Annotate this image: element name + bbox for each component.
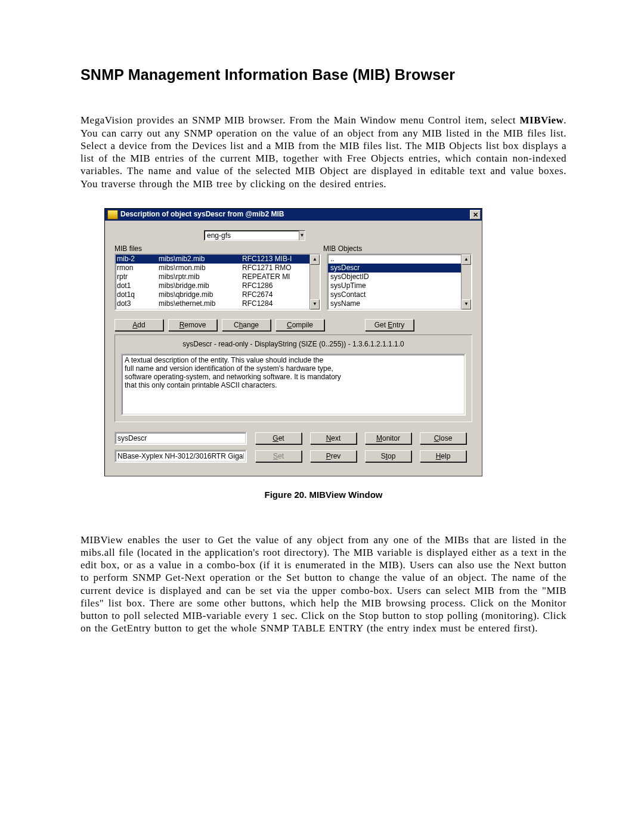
desc-line: A textual description of the entity. Thi…: [125, 356, 462, 364]
list-item[interactable]: sysUpTime: [328, 281, 471, 290]
list-item[interactable]: dot3mibs\ethernet.mibRFC1284: [116, 299, 320, 308]
details-paragraph: MIBView enables the user to Get the valu…: [80, 534, 566, 635]
scroll-down-icon[interactable]: ▼: [462, 299, 471, 309]
app-icon: [107, 210, 118, 219]
help-button[interactable]: Help: [420, 450, 466, 462]
list-item[interactable]: ..: [328, 255, 471, 264]
close-button[interactable]: Close: [420, 432, 466, 444]
device-input[interactable]: [205, 231, 299, 240]
monitor-button[interactable]: Monitor: [365, 432, 411, 444]
mib-objects-list[interactable]: ..sysDescrsysObjectIDsysUpTimesysContact…: [327, 253, 472, 311]
get-button[interactable]: Get: [255, 432, 302, 444]
scroll-up-icon[interactable]: ▲: [462, 255, 471, 265]
list-item[interactable]: mib-2mibs\mib2.mibRFC1213 MIB-I: [116, 255, 320, 264]
set-button[interactable]: Set: [255, 450, 302, 462]
close-icon[interactable]: ✕: [470, 210, 481, 219]
object-info-line: sysDescr - read-only - DisplayString (SI…: [121, 340, 466, 349]
intro-paragraph: MegaVision provides an SNMP MIB browser.…: [80, 114, 566, 190]
prev-button[interactable]: Prev: [310, 450, 357, 462]
object-info-frame: sysDescr - read-only - DisplayString (SI…: [114, 335, 472, 422]
list-item[interactable]: sysName: [328, 299, 471, 308]
figure-caption: Figure 20. MIBView Window: [80, 490, 566, 501]
chevron-down-icon[interactable]: ▼: [299, 231, 305, 240]
device-combo[interactable]: ▼: [204, 230, 305, 241]
scrollbar[interactable]: ▲ ▼: [309, 255, 320, 309]
scroll-down-icon[interactable]: ▼: [310, 299, 320, 309]
list-item[interactable]: rmonmibs\rmon.mibRFC1271 RMO: [116, 264, 320, 272]
stop-button[interactable]: Stop: [365, 450, 411, 462]
remove-button[interactable]: Remove: [168, 319, 217, 331]
scrollbar[interactable]: ▲ ▼: [461, 255, 471, 309]
next-button[interactable]: Next: [310, 432, 357, 444]
list-item[interactable]: sysContact: [328, 290, 471, 299]
desc-line: full name and version identification of …: [125, 364, 462, 373]
object-name-input[interactable]: [114, 432, 247, 445]
desc-line: that this only contain printable ASCII c…: [125, 381, 462, 389]
list-item[interactable]: sysObjectID: [328, 272, 471, 281]
para1-bold: MIBView: [520, 114, 564, 126]
titlebar: Description of object sysDescr from @mib…: [105, 209, 482, 221]
list-item[interactable]: sysDescr: [328, 264, 471, 272]
scroll-up-icon[interactable]: ▲: [310, 255, 320, 265]
list-item[interactable]: dot1mibs\bridge.mibRFC1286: [116, 281, 320, 290]
mib-files-list[interactable]: mib-2mibs\mib2.mibRFC1213 MIB-Irmonmibs\…: [114, 253, 321, 311]
mibview-window: Description of object sysDescr from @mib…: [104, 208, 482, 476]
object-value-input[interactable]: [114, 450, 247, 463]
compile-button[interactable]: Compile: [275, 319, 324, 331]
list-item[interactable]: rptrmibs\rptr.mibREPEATER MI: [116, 272, 320, 281]
mib-objects-label: MIB Objects: [323, 244, 472, 253]
desc-line: software operating-system, and networkin…: [125, 373, 462, 381]
get-entry-button[interactable]: Get Entry: [365, 319, 414, 331]
description-box: A textual description of the entity. Thi…: [121, 354, 466, 416]
page-title: SNMP Management Information Base (MIB) B…: [80, 66, 566, 84]
window-title: Description of object sysDescr from @mib…: [120, 210, 470, 219]
list-item[interactable]: dot1qmibs\qbridge.mibRFC2674: [116, 290, 320, 299]
add-button[interactable]: Add: [114, 319, 163, 331]
para1-pre: MegaVision provides an SNMP MIB browser.…: [80, 114, 520, 126]
mib-files-label: MIB files: [114, 244, 323, 253]
change-button[interactable]: Change: [222, 319, 271, 331]
